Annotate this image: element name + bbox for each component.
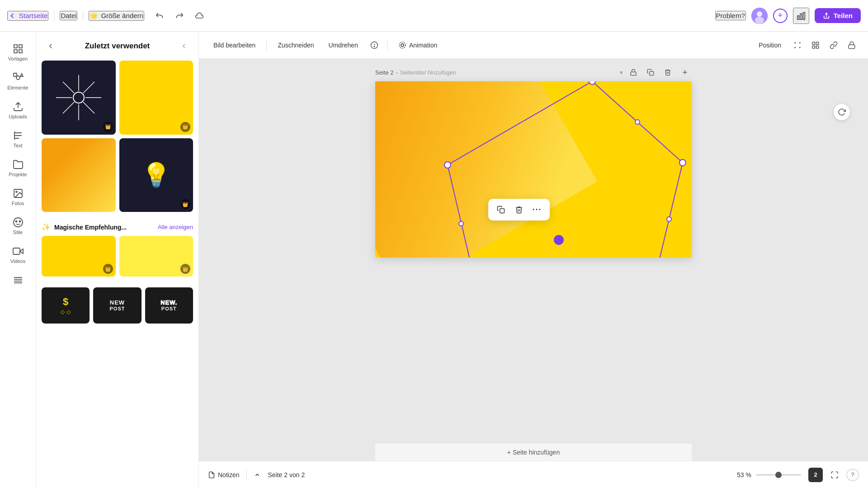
crop-button[interactable]: Zuschneiden bbox=[272, 39, 319, 52]
refresh-button[interactable] bbox=[834, 104, 850, 120]
shapes-icon bbox=[13, 72, 24, 83]
analytics-button[interactable] bbox=[793, 8, 809, 24]
sidebar-item-projekte[interactable]: Projekte bbox=[2, 155, 34, 182]
delete-button[interactable] bbox=[512, 202, 526, 217]
user-avatar[interactable] bbox=[751, 8, 768, 24]
toolbar-separator bbox=[266, 40, 267, 51]
sidebar-item-uploads[interactable]: Uploads bbox=[2, 97, 34, 124]
svg-rect-3 bbox=[797, 16, 799, 19]
dropdown-button[interactable]: ▾ bbox=[620, 69, 623, 76]
info-button[interactable] bbox=[367, 38, 382, 52]
svg-rect-43 bbox=[849, 45, 855, 48]
link-button[interactable] bbox=[826, 38, 841, 52]
magic-show-all-link[interactable]: Alle anzeigen bbox=[158, 224, 193, 230]
canvas-page[interactable] bbox=[375, 81, 692, 258]
share-button[interactable]: Teilen bbox=[815, 8, 861, 23]
handle-top[interactable] bbox=[589, 81, 595, 84]
home-label: Startseite bbox=[19, 12, 47, 19]
flip-button[interactable]: Umdrehen bbox=[323, 39, 363, 52]
redo-button[interactable] bbox=[171, 8, 188, 24]
handle-mid-top-right[interactable] bbox=[635, 120, 640, 124]
add-page-top-button[interactable] bbox=[678, 66, 692, 79]
panel-item-sunburst[interactable]: 👑 bbox=[42, 61, 116, 135]
help-button[interactable]: ? bbox=[846, 469, 859, 481]
zoom-thumb[interactable] bbox=[775, 472, 782, 478]
copy-icon bbox=[497, 206, 505, 214]
trash-page-icon bbox=[664, 69, 671, 76]
context-menu: ··· bbox=[488, 199, 550, 221]
undo-icon bbox=[155, 11, 164, 20]
sidebar-item-pattern[interactable] bbox=[2, 270, 34, 292]
svg-rect-45 bbox=[650, 71, 654, 75]
svg-rect-39 bbox=[812, 42, 815, 44]
lock-button[interactable] bbox=[844, 38, 859, 52]
link-icon bbox=[830, 41, 838, 49]
copy-button[interactable] bbox=[494, 202, 508, 217]
crown-badge-2: 👑 bbox=[180, 122, 190, 132]
undo-button[interactable] bbox=[151, 8, 168, 24]
lock-icon bbox=[848, 41, 856, 49]
new-outline-text: NEW. bbox=[160, 300, 177, 306]
animation-icon bbox=[398, 41, 406, 49]
size-button[interactable]: 🌟 Größe ändern bbox=[89, 11, 144, 21]
crown-badge-3: 👑 bbox=[180, 199, 190, 209]
sidebar-item-stile[interactable]: Stile bbox=[2, 212, 34, 239]
edit-image-button[interactable]: Bild bearbeiten bbox=[208, 39, 261, 52]
grid-button[interactable] bbox=[808, 38, 823, 52]
home-button[interactable]: Startseite bbox=[7, 11, 48, 21]
notes-icon bbox=[208, 471, 215, 479]
status-right: 2 ? bbox=[808, 468, 859, 482]
notes-button[interactable]: Notizen bbox=[208, 471, 239, 479]
corner-icons: ◇ ◇ bbox=[61, 309, 71, 315]
rotated-rect[interactable] bbox=[375, 81, 598, 258]
sidebar-item-label: Fotos bbox=[12, 201, 24, 206]
problem-button[interactable]: Problem? bbox=[715, 11, 746, 20]
header-left: Startseite Datei 🌟 Größe ändern bbox=[7, 10, 144, 21]
text-items-grid: $ ◇ ◇ NEW POST NEW. POST bbox=[36, 282, 198, 329]
panel-item-lightbulb[interactable]: 💡 👑 bbox=[119, 138, 193, 212]
position-button[interactable]: Position bbox=[753, 39, 787, 52]
purple-color-dot[interactable] bbox=[554, 235, 564, 245]
text-item-newpost-outline[interactable]: NEW. POST bbox=[145, 287, 193, 324]
panel-back-button[interactable] bbox=[43, 39, 58, 53]
crop-marks-button[interactable] bbox=[790, 38, 805, 52]
sidebar-item-fotos[interactable]: Fotos bbox=[2, 183, 34, 211]
animation-button[interactable]: Animation bbox=[393, 38, 443, 52]
svg-rect-44 bbox=[631, 72, 636, 75]
text-item-dollar[interactable]: $ ◇ ◇ bbox=[42, 287, 90, 324]
cloud-save-button[interactable] bbox=[191, 8, 208, 24]
header: Startseite Datei 🌟 Größe ändern Problem? bbox=[0, 0, 868, 32]
zoom-controls: 53 % bbox=[733, 471, 801, 479]
handle-right[interactable] bbox=[679, 160, 686, 166]
delete-page-button[interactable] bbox=[661, 66, 675, 79]
duplicate-page-button[interactable] bbox=[644, 66, 657, 79]
handle-mid-right[interactable] bbox=[667, 217, 671, 221]
sidebar-item-label: Projekte bbox=[9, 172, 27, 177]
add-profile-button[interactable]: + bbox=[773, 9, 788, 23]
panel-hide-button[interactable] bbox=[177, 39, 191, 53]
zoom-slider[interactable] bbox=[756, 474, 801, 476]
add-page-button[interactable]: + Seite hinzufügen bbox=[375, 443, 692, 461]
text-item-newpost[interactable]: NEW POST bbox=[93, 287, 141, 324]
magic-item-2[interactable]: 👑 bbox=[119, 236, 193, 277]
magic-item-1[interactable]: 👑 bbox=[42, 236, 116, 277]
lock-page-button[interactable] bbox=[627, 66, 640, 79]
sidebar: Vorlagen Elemente Uploads Text Projekte … bbox=[0, 32, 36, 488]
svg-rect-5 bbox=[803, 12, 805, 19]
header-divider-2 bbox=[83, 10, 83, 21]
sidebar-item-videos[interactable]: Videos bbox=[2, 241, 34, 268]
trash-icon bbox=[515, 206, 523, 214]
more-options-button[interactable]: ··· bbox=[530, 202, 544, 217]
panel-item-yellow[interactable]: 👑 bbox=[119, 61, 193, 135]
panel-item-orange[interactable] bbox=[42, 138, 116, 212]
sunburst-svg bbox=[52, 70, 106, 125]
info-icon bbox=[370, 41, 378, 49]
sidebar-item-vorlagen[interactable]: Vorlagen bbox=[2, 39, 34, 66]
file-button[interactable]: Datei bbox=[60, 11, 77, 20]
page-nav-button[interactable]: 2 bbox=[808, 468, 823, 482]
sidebar-item-elemente[interactable]: Elemente bbox=[2, 68, 34, 95]
sidebar-item-text[interactable]: Text bbox=[2, 126, 34, 153]
fullscreen-button[interactable] bbox=[827, 468, 842, 482]
svg-point-16 bbox=[14, 218, 23, 227]
video-icon bbox=[13, 246, 24, 257]
